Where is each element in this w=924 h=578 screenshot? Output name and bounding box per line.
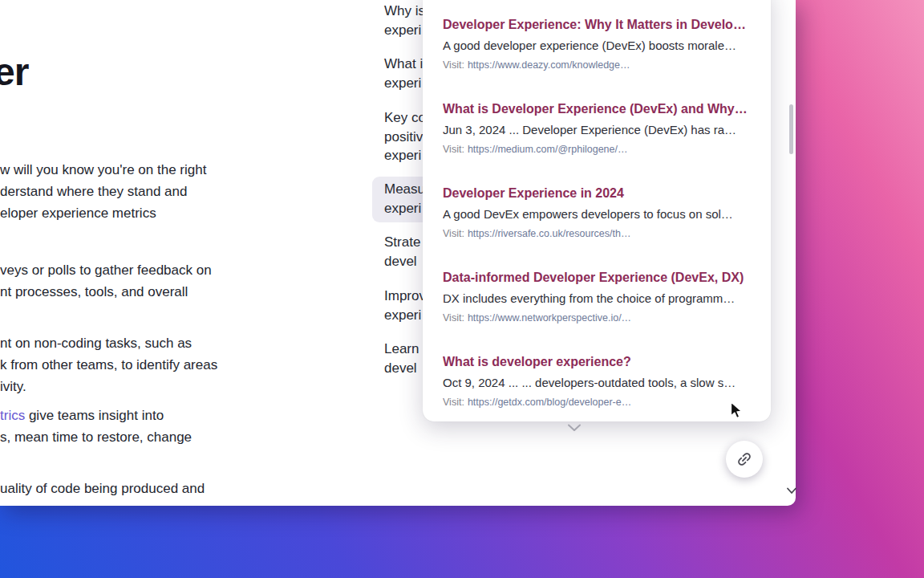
visit-label: Visit: <box>443 228 464 239</box>
result-visit-line: Visit:https://www.deazy.com/knowledge… <box>443 59 750 72</box>
result-snippet: DX includes everything from the choice o… <box>443 291 750 307</box>
toc-item-line: Key co <box>384 108 426 128</box>
article-inline-link[interactable]: trics <box>0 408 25 423</box>
desktop-wallpaper: er w will you know you're on the right d… <box>0 0 924 578</box>
article-text-line: ivity. <box>0 376 217 397</box>
result-snippet: A good developer experience (DevEx) boos… <box>443 38 750 54</box>
article-text-line: trics give teams insight into <box>0 405 192 426</box>
search-results-panel: Developer Experience: Why It Matters in … <box>423 0 771 421</box>
article-text-line: s, mean time to restore, change <box>0 426 192 448</box>
result-visit-line: Visit:https://medium.com/@rphilogene/… <box>443 143 750 157</box>
article-text-line: uality of code being produced and <box>0 478 205 499</box>
result-url-link[interactable]: https://www.deazy.com/knowledge… <box>468 59 630 71</box>
article-text-fragment: give teams insight into <box>25 408 164 423</box>
result-url-link[interactable]: https://www.networkperspective.io/… <box>468 312 631 324</box>
article-text-line: nt on non-coding tasks, such as <box>0 332 217 354</box>
browser-window: er w will you know you're on the right d… <box>0 0 796 506</box>
link-icon <box>732 446 756 471</box>
result-title[interactable]: Developer Experience in 2024 <box>443 185 750 202</box>
scroll-down-indicator-icon <box>786 483 797 490</box>
scrollbar-thumb[interactable] <box>789 104 793 154</box>
article-text-line: derstand where they stand and <box>0 181 206 202</box>
toc-item-line: What i <box>384 55 423 74</box>
toc-item[interactable]: Key co positiv experi <box>384 108 426 165</box>
toc-item-line: Learn <box>384 340 419 359</box>
result-snippet: Oct 9, 2024 ... ... developers-outdated … <box>443 375 750 391</box>
toc-item-selected[interactable]: Measu experi <box>384 180 425 218</box>
search-result: Data-informed Developer Experience (DevE… <box>443 269 750 325</box>
toc-item-line: experi <box>384 74 423 93</box>
search-result: Developer Experience: Why It Matters in … <box>443 16 750 72</box>
toc-item-line: experi <box>384 306 426 325</box>
result-visit-line: Visit:https://www.networkperspective.io/… <box>443 311 750 325</box>
result-snippet: Jun 3, 2024 ... Developer Experience (De… <box>443 122 750 138</box>
chevron-down-icon <box>567 421 582 429</box>
toc-item-line: Why is <box>384 2 425 21</box>
result-title[interactable]: What is Developer Experience (DevEx) and… <box>443 100 750 118</box>
toc-item-line: positiv <box>384 128 426 147</box>
toc-item-line: devel <box>384 252 420 271</box>
result-url-link[interactable]: https://riversafe.co.uk/resources/th… <box>468 228 631 239</box>
toc-item-line: Strate <box>384 233 420 252</box>
toc-item-line: experi <box>384 21 425 40</box>
article-text-line: w will you know you're on the right <box>0 159 206 181</box>
article-paragraph: trics give teams insight into s, mean ti… <box>0 405 192 448</box>
toc-item[interactable]: What i experi <box>384 55 423 92</box>
result-title[interactable]: Data-informed Developer Experience (DevE… <box>443 269 750 287</box>
toc-item-line: experi <box>384 199 425 218</box>
copy-link-button[interactable] <box>726 441 763 478</box>
search-result: What is developer experience? Oct 9, 202… <box>443 353 750 409</box>
visit-label: Visit: <box>443 59 464 71</box>
article-paragraph: nt on non-coding tasks, such as k from o… <box>0 332 217 397</box>
result-title[interactable]: What is developer experience? <box>443 353 750 371</box>
toc-item-line: devel <box>384 359 419 378</box>
visit-label: Visit: <box>443 144 464 155</box>
result-visit-line: Visit:https://riversafe.co.uk/resources/… <box>443 227 750 241</box>
result-url-link[interactable]: https://getdx.com/blog/developer-e… <box>468 397 631 408</box>
article-text-line: eloper experience metrics <box>0 202 206 224</box>
article-paragraph: veys or polls to gather feedback on nt p… <box>0 259 212 303</box>
visit-label: Visit: <box>443 397 464 408</box>
toc-item-line: experi <box>384 146 426 165</box>
result-snippet: A good DevEx empowers developers to focu… <box>443 206 750 222</box>
visit-label: Visit: <box>443 312 464 324</box>
toc-item[interactable]: Strate devel <box>384 233 420 271</box>
toc-item-line: Improv <box>384 287 426 306</box>
result-title[interactable]: Developer Experience: Why It Matters in … <box>443 16 750 34</box>
article-text-line: veys or polls to gather feedback on <box>0 259 212 281</box>
article-paragraph: uality of code being produced and <box>0 478 205 499</box>
toc-item[interactable]: Why is experi <box>384 2 425 39</box>
toc-item-line: Measu <box>384 180 425 199</box>
result-visit-line: Visit:https://getdx.com/blog/developer-e… <box>443 396 750 409</box>
toc-item[interactable]: Improv experi <box>384 287 426 324</box>
search-result: What is Developer Experience (DevEx) and… <box>443 100 750 157</box>
search-result: Developer Experience in 2024 A good DevE… <box>443 185 750 241</box>
article-paragraph: w will you know you're on the right ders… <box>0 159 206 224</box>
article-text-line: k from other teams, to identify areas <box>0 354 217 376</box>
result-url-link[interactable]: https://medium.com/@rphilogene/… <box>468 144 628 155</box>
article-text-line: nt processes, tools, and overall <box>0 281 212 303</box>
toc-item[interactable]: Learn devel <box>384 340 419 377</box>
article-heading: er <box>0 50 28 94</box>
